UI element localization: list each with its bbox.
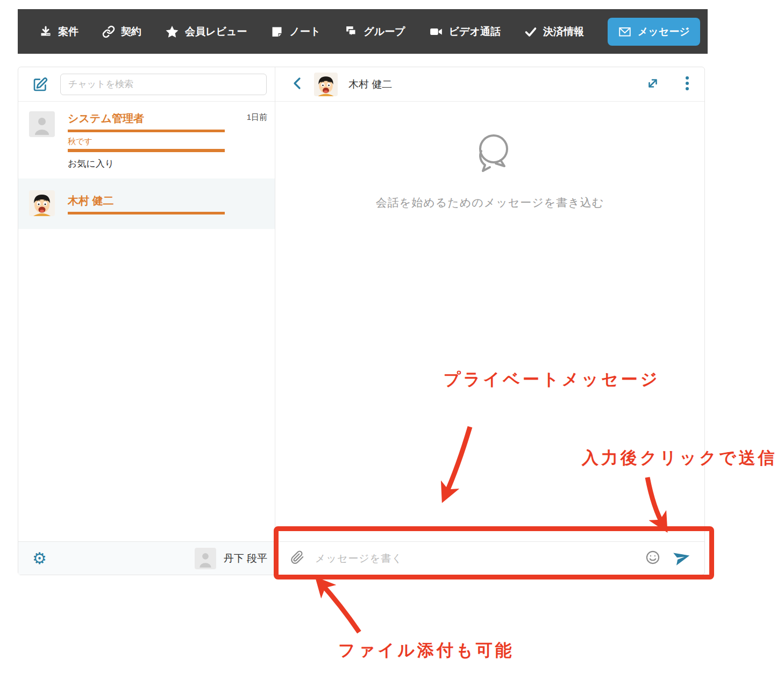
sidebar-header [18, 67, 275, 102]
nav-item-notes[interactable]: ノート [270, 25, 320, 39]
avatar-kimura [314, 73, 338, 96]
conversation-header: 木村 健二 [275, 67, 704, 102]
nav-item-messages[interactable]: メッセージ [608, 18, 700, 46]
current-user-name: 丹下 段平 [224, 552, 267, 566]
note-icon [270, 25, 283, 38]
nav-item-groups[interactable]: グループ [344, 25, 405, 39]
back-chevron-icon[interactable] [291, 76, 303, 93]
message-composer [275, 541, 704, 575]
nav-item-label: 契約 [121, 25, 141, 39]
chat-search-input[interactable] [60, 74, 267, 95]
nav-item-label: メッセージ [638, 25, 690, 39]
messenger-panel: システム管理者 1日前 秋です お気に入り [18, 67, 705, 575]
chat-name-underlined: 木村 健二 [68, 194, 225, 214]
chat-item-body: システム管理者 1日前 秋です お気に入り [68, 111, 267, 170]
top-navigation: 案件 契約 会員レビュー ノート グループ [18, 9, 708, 54]
expand-icon[interactable] [645, 76, 660, 93]
nav-item-label: 決済情報 [543, 25, 584, 39]
nav-item-cases[interactable]: 案件 [39, 25, 79, 39]
empty-state-text: 会話を始めるためのメッセージを書き込む [376, 195, 604, 210]
kebab-menu-icon[interactable] [685, 75, 689, 94]
download-icon [39, 25, 52, 38]
chat-preview-underlined: 秋です [68, 137, 225, 152]
avatar-placeholder [29, 111, 55, 137]
send-icon[interactable] [673, 549, 690, 568]
chat-name-underlined: システム管理者 [68, 111, 225, 132]
conversation-title: 木村 健二 [348, 77, 392, 91]
chat-item-body: 木村 健二 [68, 190, 267, 216]
nav-item-payment-info[interactable]: 決済情報 [524, 25, 584, 39]
envelope-icon [618, 25, 632, 39]
nav-item-member-reviews[interactable]: 会員レビュー [165, 25, 247, 39]
link-icon [102, 25, 115, 38]
check-icon [524, 25, 537, 38]
nav-item-label: ノート [289, 25, 320, 39]
star-icon [165, 25, 179, 39]
nav-item-label: ビデオ通話 [449, 25, 501, 39]
chat-bubbles-icon [468, 132, 511, 177]
emoji-icon[interactable] [645, 550, 660, 567]
nav-item-label: 会員レビュー [185, 25, 247, 39]
compose-icon[interactable] [32, 76, 48, 92]
nav-item-label: 案件 [58, 25, 79, 39]
nav-item-video-call[interactable]: ビデオ通話 [429, 25, 501, 39]
chat-sidebar: システム管理者 1日前 秋です お気に入り [18, 67, 275, 575]
nav-item-contracts[interactable]: 契約 [102, 25, 141, 39]
conversation-pane: 木村 健二 会話を始めるためのメッセージを書き込む [275, 67, 704, 575]
app-window: 案件 契約 会員レビュー ノート グループ [0, 0, 784, 687]
message-input[interactable] [315, 553, 635, 564]
nav-item-label: グループ [364, 25, 405, 39]
gear-icon[interactable]: ⚙ [32, 550, 47, 567]
current-user: 丹下 段平 [195, 548, 267, 569]
chat-list-item-admin[interactable]: システム管理者 1日前 秋です お気に入り [18, 102, 275, 178]
video-icon [429, 25, 443, 39]
chat-favorite-label: お気に入り [68, 158, 267, 170]
chat-timestamp: 1日前 [247, 111, 267, 123]
avatar-kimura [29, 190, 55, 216]
annotation-attach-hint: ファイル添付も可能 [338, 639, 515, 662]
group-icon [344, 25, 358, 38]
chat-list-item-kimura[interactable]: 木村 健二 [18, 178, 275, 229]
empty-conversation-state: 会話を始めるためのメッセージを書き込む [275, 102, 704, 541]
chat-list: システム管理者 1日前 秋です お気に入り [18, 102, 275, 541]
paperclip-icon[interactable] [290, 550, 304, 567]
avatar-placeholder [195, 548, 216, 569]
arrow-to-paperclip [320, 583, 359, 632]
sidebar-footer: ⚙ 丹下 段平 [18, 541, 275, 575]
